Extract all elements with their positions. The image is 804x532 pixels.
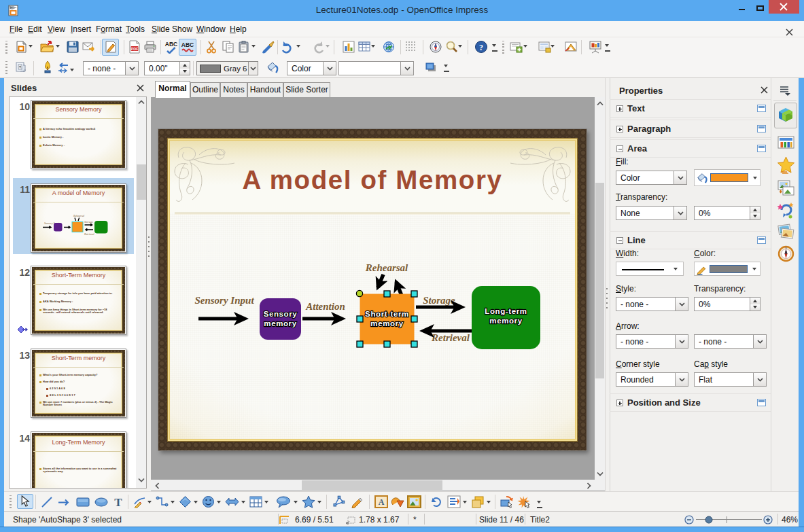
svg-text:Storage: Storage bbox=[84, 220, 93, 224]
svg-text:T: T bbox=[114, 496, 122, 509]
svg-text:PDF: PDF bbox=[131, 47, 139, 51]
svg-text:Rehearsal: Rehearsal bbox=[73, 214, 85, 217]
svg-text:?: ? bbox=[479, 43, 483, 52]
svg-text:Retrieval: Retrieval bbox=[431, 332, 470, 343]
svg-text:Storage: Storage bbox=[423, 295, 455, 306]
svg-text:Retrieval: Retrieval bbox=[84, 232, 95, 236]
svg-text:memory: memory bbox=[370, 319, 403, 327]
svg-text:A: A bbox=[379, 497, 385, 507]
svg-text:Attention: Attention bbox=[305, 301, 345, 312]
svg-text:N: N bbox=[785, 246, 787, 249]
svg-text:ABC: ABC bbox=[165, 41, 177, 48]
svg-text:ABC: ABC bbox=[181, 41, 194, 48]
svg-text:memory: memory bbox=[489, 317, 522, 325]
svg-text:memory: memory bbox=[264, 319, 296, 327]
svg-text:Long-term: Long-term bbox=[485, 307, 527, 315]
svg-text:Short-term: Short-term bbox=[365, 310, 409, 318]
svg-text:Sensory Input: Sensory Input bbox=[194, 295, 254, 306]
svg-text:Sensory: Sensory bbox=[264, 310, 298, 318]
svg-text:Rehearsal: Rehearsal bbox=[365, 262, 408, 273]
